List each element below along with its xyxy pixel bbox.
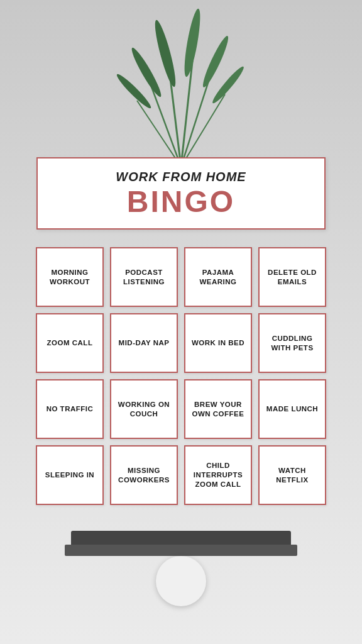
title-subtitle: Work From Home — [57, 170, 305, 184]
bingo-cell-text-15: CHILD INTERRUPTS ZOOM CALL — [189, 461, 247, 489]
bingo-cell-12[interactable]: MADE LUNCH — [258, 379, 326, 439]
bingo-cell-text-8: CUDDLING WITH PETS — [263, 334, 321, 353]
bingo-cell-text-4: DELETE OLD EMAILS — [263, 268, 321, 287]
bingo-cell-text-12: MADE LUNCH — [266, 404, 318, 414]
bingo-cell-8[interactable]: CUDDLING WITH PETS — [258, 313, 326, 373]
bingo-cell-text-14: MISSING COWORKERS — [115, 466, 173, 485]
bingo-cell-text-11: BREW YOUR OWN COFFEE — [189, 400, 247, 419]
bingo-cell-text-16: WATCH NETFLIX — [263, 466, 321, 485]
bingo-cell-10[interactable]: WORKING ON COUCH — [110, 379, 178, 439]
bingo-cell-text-9: NO TRAFFIC — [47, 404, 94, 414]
bingo-cell-text-7: WORK IN BED — [192, 338, 244, 348]
bingo-cell-15[interactable]: CHILD INTERRUPTS ZOOM CALL — [184, 445, 252, 505]
main-content: Work From Home BINGO MORNING WORKOUTPODC… — [0, 0, 362, 644]
bingo-cell-text-5: ZOOM CALL — [47, 338, 93, 348]
bingo-cell-14[interactable]: MISSING COWORKERS — [110, 445, 178, 505]
bingo-cell-5[interactable]: ZOOM CALL — [36, 313, 104, 373]
bingo-cell-4[interactable]: DELETE OLD EMAILS — [258, 247, 326, 307]
bingo-cell-9[interactable]: NO TRAFFIC — [36, 379, 104, 439]
bingo-cell-13[interactable]: SLEEPING IN — [36, 445, 104, 505]
bingo-cell-2[interactable]: PODCAST LISTENING — [110, 247, 178, 307]
bingo-cell-text-10: WORKING ON COUCH — [115, 400, 173, 419]
title-main: BINGO — [57, 187, 305, 217]
bingo-cell-3[interactable]: PAJAMA WEARING — [184, 247, 252, 307]
bingo-cell-text-3: PAJAMA WEARING — [189, 268, 247, 287]
bingo-cell-6[interactable]: MID-DAY NAP — [110, 313, 178, 373]
bingo-cell-text-13: SLEEPING IN — [45, 470, 94, 480]
bingo-cell-text-6: MID-DAY NAP — [119, 338, 170, 348]
bingo-cell-16[interactable]: WATCH NETFLIX — [258, 445, 326, 505]
bingo-grid: MORNING WORKOUTPODCAST LISTENINGPAJAMA W… — [36, 247, 326, 505]
bingo-cell-text-2: PODCAST LISTENING — [115, 268, 173, 287]
bingo-cell-1[interactable]: MORNING WORKOUT — [36, 247, 104, 307]
title-box: Work From Home BINGO — [36, 157, 326, 230]
bingo-cell-7[interactable]: WORK IN BED — [184, 313, 252, 373]
bingo-cell-text-1: MORNING WORKOUT — [41, 268, 99, 287]
bingo-cell-11[interactable]: BREW YOUR OWN COFFEE — [184, 379, 252, 439]
